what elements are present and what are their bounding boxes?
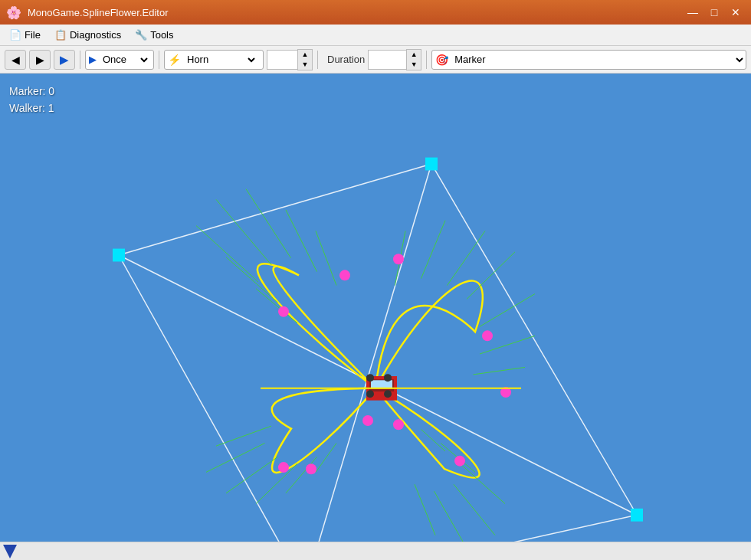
forward-button[interactable]: ▶ <box>29 50 51 70</box>
status-bar <box>0 542 751 560</box>
play-mode-icon: ▶ <box>89 54 97 65</box>
file-icon: 📄 <box>9 29 21 41</box>
count-spinbox[interactable]: 3 ▲ ▼ <box>267 49 313 70</box>
record-button[interactable]: ▶ <box>54 50 75 70</box>
sep-2 <box>159 51 159 69</box>
menu-diagnostics[interactable]: 📋 Diagnostics <box>48 28 127 42</box>
marker-icon: 🎯 <box>435 54 448 66</box>
diagnostics-icon: 📋 <box>54 29 67 41</box>
back-icon: ◀ <box>11 54 20 66</box>
count-up-button[interactable]: ▲ <box>298 50 312 60</box>
menu-file[interactable]: 📄 File <box>3 28 47 42</box>
duration-input[interactable]: 7 <box>368 50 406 70</box>
duration-spinbox[interactable]: 7 ▲ ▼ <box>368 49 421 70</box>
close-button[interactable]: ✕ <box>726 5 745 20</box>
menu-file-label: File <box>25 29 41 41</box>
back-button[interactable]: ◀ <box>5 50 26 70</box>
count-down-button[interactable]: ▼ <box>298 60 312 70</box>
sep-3 <box>317 51 318 69</box>
sep-4 <box>426 51 427 69</box>
menu-diagnostics-label: Diagnostics <box>70 29 121 41</box>
lightning-icon: ⚡ <box>168 54 181 66</box>
minimize-button[interactable]: — <box>684 5 702 20</box>
duration-up-button[interactable]: ▲ <box>407 50 421 60</box>
status-indicator <box>3 545 17 558</box>
info-overlay: Marker: 0 Walker: 1 <box>9 83 54 117</box>
count-input[interactable]: 3 <box>267 50 297 70</box>
marker-dropdown[interactable]: 🎯 Marker Marker 1 Marker 2 <box>431 50 746 70</box>
walker-info: Walker: 1 <box>9 100 54 116</box>
title-bar: 🌸 MonoGame.SplineFlower.Editor — □ ✕ <box>0 0 751 25</box>
duration-spin-buttons: ▲ ▼ <box>406 49 421 70</box>
horn-dropdown[interactable]: ⚡ Horn Sine Square <box>164 50 264 70</box>
forward-icon: ▶ <box>36 54 44 66</box>
sep-1 <box>80 51 80 69</box>
count-spin-buttons: ▲ ▼ <box>297 49 313 70</box>
canvas-area[interactable]: Marker: 0 Walker: 1 <box>0 74 751 542</box>
marker-select[interactable]: Marker Marker 1 Marker 2 <box>448 51 746 69</box>
tools-icon: 🔧 <box>135 29 147 41</box>
horn-select[interactable]: Horn Sine Square <box>181 51 257 69</box>
app-icon: 🌸 <box>6 5 21 20</box>
marker-info: Marker: 0 <box>9 83 54 100</box>
menu-tools[interactable]: 🔧 Tools <box>129 28 179 42</box>
once-dropdown[interactable]: ▶ Once Loop PingPong <box>85 50 154 70</box>
record-icon: ▶ <box>60 53 69 67</box>
menu-bar: 📄 File 📋 Diagnostics 🔧 Tools <box>0 25 751 46</box>
spline-canvas[interactable] <box>0 74 751 542</box>
duration-label: Duration <box>327 54 365 65</box>
toolbar: ◀ ▶ ▶ ▶ Once Loop PingPong ⚡ Horn Sine S… <box>0 46 751 74</box>
menu-tools-label: Tools <box>150 29 173 41</box>
maximize-button[interactable]: □ <box>705 5 723 20</box>
app-title: MonoGame.SplineFlower.Editor <box>28 7 169 18</box>
once-select[interactable]: Once Loop PingPong <box>97 51 150 69</box>
duration-down-button[interactable]: ▼ <box>407 60 421 70</box>
